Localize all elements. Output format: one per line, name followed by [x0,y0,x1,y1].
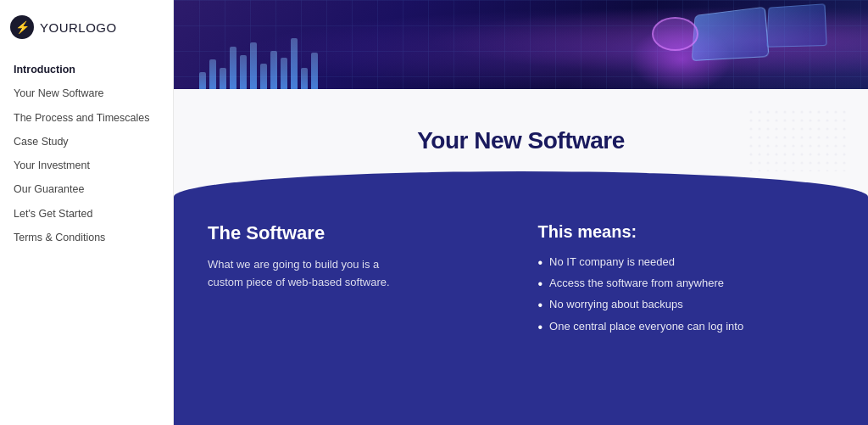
sidebar-item-your-investment[interactable]: Your Investment [10,154,163,177]
hero-shape-screen [766,3,826,47]
main-content: Your New Software The Software What we a… [174,0,868,425]
sidebar-item-process-timescales[interactable]: The Process and Timescales [10,106,163,130]
sidebar-item-terms-conditions[interactable]: Terms & Conditions [10,226,163,249]
sidebar-item-lets-get-started[interactable]: Let's Get Started [10,202,163,226]
logo-bolt-icon: ⚡ [15,20,30,34]
sidebar-item-our-guarantee[interactable]: Our Guarantee [10,177,163,201]
means-list-item: No worrying about backups [538,294,835,316]
hero-chart-bar [291,38,298,93]
hero-chart-bar [230,47,236,93]
software-heading: The Software [208,222,504,244]
page-title: Your New Software [208,127,834,154]
means-list-item: Access the software from anywhere [538,273,835,294]
means-list-item: One central place everyone can log into [538,316,835,338]
logo-text: YOURLOGO [40,20,117,35]
logo-bold: YOUR [40,20,78,35]
section-blue: The Software What we are going to build … [174,197,868,425]
sidebar-item-case-study[interactable]: Case Study [10,130,163,154]
means-list-item: No IT company is needed [538,252,835,273]
hero-chart-bar [311,53,318,93]
hero-chart-bar [240,55,247,93]
software-info-left: The Software What we are going to build … [208,222,504,400]
dot-pattern-decoration [749,110,851,178]
means-heading: This means: [538,222,835,242]
hero-chart-bar [270,51,277,93]
means-list: No IT company is neededAccess the softwa… [538,252,835,338]
svg-rect-1 [749,110,851,178]
hero-chart-bar [250,42,257,93]
sidebar: ⚡ YOURLOGO IntroductionYour New Software… [0,0,174,425]
hero-shape-circle [652,17,698,51]
hero-chart-bar [209,59,216,93]
sidebar-item-your-new-software[interactable]: Your New Software [10,81,163,105]
sidebar-item-introduction[interactable]: Introduction [10,58,163,81]
curve-divider [174,171,868,197]
hero-chart [199,38,318,93]
logo: ⚡ YOURLOGO [10,15,163,39]
sidebar-nav: IntroductionYour New SoftwareThe Process… [10,58,163,249]
hero-banner [174,0,868,102]
logo-icon: ⚡ [10,15,34,39]
software-body: What we are going to build you is a cust… [208,256,411,292]
hero-chart-bar [281,58,287,93]
software-means-right: This means: No IT company is neededAcces… [538,222,835,400]
logo-normal: LOGO [78,20,116,35]
hero-shape-laptop [692,7,770,61]
section-new-software: Your New Software [174,102,868,171]
